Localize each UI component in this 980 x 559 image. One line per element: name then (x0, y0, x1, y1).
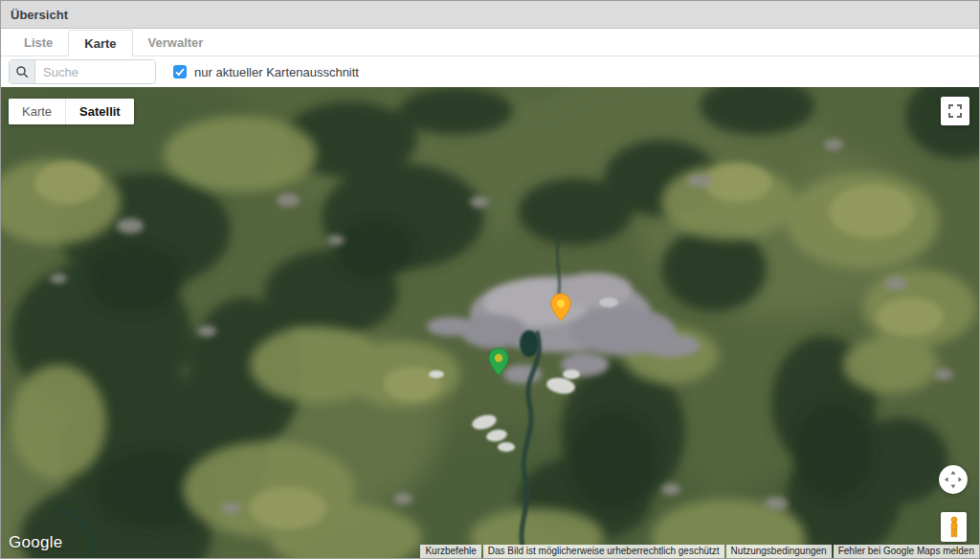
tab-verwalter[interactable]: Verwalter (133, 30, 219, 56)
map-type-karte-button[interactable]: Karte (9, 99, 65, 124)
satellite-imagery (1, 87, 979, 558)
pegman-icon (947, 516, 962, 539)
tab-liste[interactable]: Liste (9, 30, 68, 56)
map-canvas[interactable]: Karte Satellit (1, 87, 979, 558)
page-title: Übersicht (11, 8, 68, 22)
four-way-arrows-icon (942, 468, 965, 491)
map-extent-checkbox[interactable] (173, 65, 187, 78)
map-type-control: Karte Satellit (9, 99, 134, 124)
tab-bar: Liste Karte Verwalter (1, 29, 979, 56)
app-window: Übersicht Liste Karte Verwalter nur aktu… (0, 0, 980, 559)
checkmark-icon (174, 66, 186, 78)
map-type-satellit-button[interactable]: Satellit (65, 99, 134, 124)
search-box (9, 59, 156, 84)
tab-karte[interactable]: Karte (68, 30, 132, 56)
google-logo[interactable]: Google (9, 533, 63, 552)
pegman-button[interactable] (941, 512, 967, 542)
copyright-notice: Das Bild ist möglicherweise urheberrecht… (483, 545, 724, 558)
fullscreen-icon (948, 104, 962, 118)
fullscreen-button[interactable] (941, 97, 969, 125)
attribution-bar: Kurzbefehle Das Bild ist möglicherweise … (418, 545, 979, 558)
search-icon (10, 60, 35, 83)
terms-of-use-link[interactable]: Nutzungsbedingungen (726, 545, 832, 558)
report-map-error-link[interactable]: Fehler bei Google Maps melden (834, 545, 979, 558)
toolbar: nur aktueller Kartenausschnitt (1, 56, 979, 87)
map-marker-orange[interactable] (550, 293, 571, 322)
pan-control-button[interactable] (939, 465, 968, 494)
map-extent-checkbox-label[interactable]: nur aktueller Kartenausschnitt (194, 65, 359, 79)
map-marker-green[interactable] (488, 347, 509, 376)
search-input[interactable] (35, 60, 155, 83)
titlebar: Übersicht (1, 1, 979, 29)
keyboard-shortcuts-link[interactable]: Kurzbefehle (420, 545, 480, 558)
